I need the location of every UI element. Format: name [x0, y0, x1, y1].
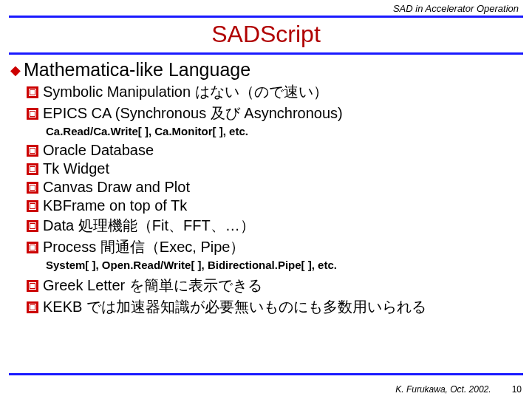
- slide-title: SADScript: [0, 21, 532, 48]
- square-icon: [27, 242, 38, 253]
- footer-author: K. Furukawa, Oct. 2002.: [395, 384, 491, 395]
- page-number: 10: [512, 384, 522, 395]
- item-text: Tk Widget: [43, 160, 109, 177]
- list-item: Symbolic Manipulation はない（ので速い）: [27, 82, 522, 102]
- item-text: Greek Letter を簡単に表示できる: [43, 276, 262, 296]
- square-icon: [27, 200, 38, 212]
- divider-title: [9, 52, 523, 55]
- item-text: EPICS CA (Synchronous 及び Asynchronous): [43, 103, 343, 123]
- item-text: Process 間通信（Exec, Pipe）: [43, 237, 245, 257]
- footer: K. Furukawa, Oct. 2002. 10: [395, 384, 522, 395]
- section-heading: ◆ Mathematica-like Language: [10, 59, 522, 81]
- square-icon: [27, 145, 38, 157]
- list-item: EPICS CA (Synchronous 及び Asynchronous): [27, 103, 522, 123]
- divider-top: [9, 16, 523, 18]
- square-icon: [27, 220, 38, 232]
- item-text: Data 処理機能（Fit、FFT、…）: [43, 216, 255, 236]
- item-text: KEKB では加速器知識が必要無いものにも多数用いられる: [43, 297, 426, 317]
- sub-item: Ca.Read/Ca.Write[ ], Ca.Monitor[ ], etc.: [46, 125, 522, 137]
- list-item: Tk Widget: [27, 160, 522, 177]
- item-text: Canvas Draw and Plot: [43, 179, 190, 196]
- list-item: Oracle Database: [27, 142, 522, 159]
- square-icon: [27, 182, 38, 194]
- sub-item: System[ ], Open.Read/Write[ ], Bidirecti…: [46, 259, 522, 271]
- header-context: SAD in Accelerator Operation: [0, 0, 532, 16]
- list-item: KEKB では加速器知識が必要無いものにも多数用いられる: [27, 297, 522, 317]
- square-icon: [27, 301, 38, 313]
- item-text: Oracle Database: [43, 142, 154, 159]
- section-text: Mathematica-like Language: [24, 59, 250, 81]
- list-item: KBFrame on top of Tk: [27, 197, 522, 214]
- list-item: Greek Letter を簡単に表示できる: [27, 276, 522, 296]
- content-area: ◆ Mathematica-like Language Symbolic Man…: [0, 59, 532, 317]
- divider-bottom: [9, 373, 523, 375]
- item-text: KBFrame on top of Tk: [43, 197, 187, 214]
- list-item: Data 処理機能（Fit、FFT、…）: [27, 216, 522, 236]
- item-text: Symbolic Manipulation はない（ので速い）: [43, 82, 328, 102]
- square-icon: [27, 86, 38, 98]
- square-icon: [27, 280, 38, 292]
- square-icon: [27, 108, 38, 120]
- diamond-icon: ◆: [10, 62, 21, 78]
- list-item: Canvas Draw and Plot: [27, 179, 522, 196]
- square-icon: [27, 163, 38, 175]
- list-item: Process 間通信（Exec, Pipe）: [27, 237, 522, 257]
